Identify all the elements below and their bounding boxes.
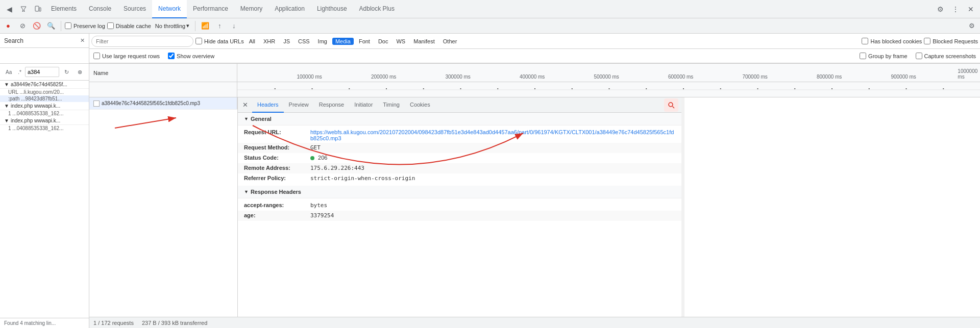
disable-cache-label[interactable]: Disable cache: [107, 22, 151, 29]
triangle-icon: ▼: [4, 82, 9, 87]
network-file-row[interactable]: a38449e76c74d45825f565c1fdb825c0.mp3: [89, 97, 237, 110]
clear-search-icon[interactable]: ⊗: [74, 66, 86, 78]
filter-js[interactable]: JS: [280, 38, 293, 45]
search-result-item-2[interactable]: 1 ...04088535338_162...: [0, 110, 89, 117]
stop-button[interactable]: ⊘: [16, 20, 29, 32]
search-input[interactable]: [25, 67, 59, 77]
search-result-group-header-1[interactable]: ▼ a38449e76c74d45825f...: [0, 81, 89, 89]
tab-adblock[interactable]: Adblock Plus: [353, 0, 401, 18]
detail-search-icon[interactable]: [664, 98, 678, 112]
detail-panel: ✕ Headers Preview Response Initiator Tim…: [237, 97, 681, 317]
svg-rect-12: [609, 88, 610, 89]
filter-other[interactable]: Other: [440, 38, 460, 45]
regex-toggle[interactable]: .*: [15, 68, 24, 76]
scrollbar[interactable]: [681, 97, 684, 317]
filter-css[interactable]: CSS: [295, 38, 313, 45]
search-result-group-3: ▼ index.php wwwapi.k... 1 ...04088535338…: [0, 117, 89, 132]
use-large-rows-checkbox[interactable]: [93, 53, 100, 59]
search-close-icon[interactable]: ✕: [80, 37, 85, 44]
tab-memory[interactable]: Memory: [234, 0, 268, 18]
more-icon[interactable]: ⋮: [948, 2, 963, 16]
status-code-row: Status Code: 206: [238, 153, 681, 163]
filter-bar: Hide data URLs All XHR JS CSS Img Media …: [89, 34, 980, 49]
case-sensitive-toggle[interactable]: Aa: [3, 68, 14, 76]
detail-tab-headers[interactable]: Headers: [252, 97, 284, 113]
svg-rect-16: [757, 88, 758, 89]
search-result-group-header-3[interactable]: ▼ index.php wwwapi.k...: [0, 117, 89, 125]
name-column-header: Name: [89, 64, 237, 82]
request-method-row: Request Method: GET: [238, 143, 681, 153]
settings-icon[interactable]: ⚙: [933, 2, 947, 16]
tab-elements[interactable]: Elements: [45, 0, 83, 18]
tab-sources[interactable]: Sources: [117, 0, 152, 18]
detail-body: ▼ General Request URL: https://webfs.ali…: [238, 113, 681, 317]
disable-cache-checkbox[interactable]: [107, 22, 114, 29]
search-result-group-2: ▼ index.php wwwapi.k... 1 ...04088535338…: [0, 102, 89, 117]
svg-rect-10: [534, 88, 535, 89]
search-result-item-path[interactable]: :path ...98423d87fb51...: [0, 95, 89, 102]
filter-manifest[interactable]: Manifest: [410, 38, 438, 45]
status-bar: 1 / 172 requests 237 B / 393 kB transfer…: [89, 317, 980, 328]
capture-screenshots-label[interactable]: Capture screenshots: [916, 53, 976, 59]
show-overview-label[interactable]: Show overview: [168, 53, 214, 59]
filter-img[interactable]: Img: [315, 38, 330, 45]
filter-input[interactable]: [91, 36, 193, 47]
svg-line-23: [673, 106, 675, 108]
download-icon[interactable]: ↓: [228, 20, 240, 32]
close-devtools-icon[interactable]: ✕: [964, 2, 978, 16]
search-controls: Aa .* ↻ ⊗: [0, 64, 89, 81]
detail-tab-initiator[interactable]: Initiator: [349, 97, 378, 113]
triangle-icon-2: ▼: [4, 103, 9, 109]
use-large-rows-label[interactable]: Use large request rows: [93, 53, 160, 59]
group-by-frame-label[interactable]: Group by frame: [860, 53, 907, 59]
preserve-log-label[interactable]: Preserve log: [65, 22, 105, 29]
tab-console[interactable]: Console: [83, 0, 117, 18]
referrer-policy-row: Referrer Policy: strict-origin-when-cros…: [238, 173, 681, 184]
upload-icon[interactable]: ↑: [213, 20, 226, 32]
search-result-group-header-2[interactable]: ▼ index.php wwwapi.k...: [0, 102, 89, 110]
search-result-item-3[interactable]: 1 ...04088535338_162...: [0, 125, 89, 132]
search-button[interactable]: 🔍: [45, 20, 57, 32]
has-blocked-cookies-label[interactable]: Has blocked cookies: [862, 38, 922, 44]
group-by-frame-checkbox[interactable]: [860, 53, 866, 59]
wifi-icon[interactable]: 📶: [199, 20, 211, 32]
hide-data-urls-label[interactable]: Hide data URLs: [195, 38, 244, 44]
blocked-requests-checkbox[interactable]: [924, 38, 930, 44]
inspect-icon[interactable]: [16, 2, 31, 16]
response-headers-section-header[interactable]: ▼ Response Headers: [238, 186, 681, 198]
clear-button[interactable]: 🚫: [31, 20, 43, 32]
back-icon[interactable]: ◀: [2, 2, 16, 16]
search-result-item-url[interactable]: URL ...li.kugou.com/20...: [0, 89, 89, 95]
svg-rect-6: [386, 88, 387, 89]
general-toggle-icon: ▼: [244, 116, 249, 121]
tab-performance[interactable]: Performance: [187, 0, 234, 18]
has-blocked-cookies-checkbox[interactable]: [862, 38, 868, 44]
hide-data-urls-checkbox[interactable]: [195, 38, 202, 44]
record-button[interactable]: ●: [2, 20, 14, 32]
network-settings-icon[interactable]: ⚙: [966, 20, 978, 32]
show-overview-checkbox[interactable]: [168, 53, 175, 59]
detail-tab-timing[interactable]: Timing: [378, 97, 405, 113]
svg-rect-5: [349, 88, 350, 89]
refresh-search-icon[interactable]: ↻: [60, 66, 72, 78]
filter-font[interactable]: Font: [356, 38, 373, 45]
tab-lighthouse[interactable]: Lighthouse: [311, 0, 353, 18]
detail-tab-cookies[interactable]: Cookies: [405, 97, 435, 113]
detail-tab-preview[interactable]: Preview: [284, 97, 314, 113]
filter-all[interactable]: All: [246, 38, 258, 45]
detail-close-icon[interactable]: ✕: [240, 100, 250, 110]
tab-application[interactable]: Application: [268, 0, 311, 18]
device-icon[interactable]: [31, 2, 45, 16]
filter-ws[interactable]: WS: [393, 38, 408, 45]
filter-xhr[interactable]: XHR: [260, 38, 278, 45]
capture-screenshots-checkbox[interactable]: [916, 53, 922, 59]
throttle-select[interactable]: No throttling ▾: [153, 21, 191, 30]
blocked-requests-label[interactable]: Blocked Requests: [924, 38, 978, 44]
tab-network[interactable]: Network: [152, 0, 187, 18]
filter-doc[interactable]: Doc: [375, 38, 391, 45]
svg-rect-7: [423, 88, 424, 89]
detail-tab-response[interactable]: Response: [314, 97, 350, 113]
filter-media[interactable]: Media: [332, 38, 354, 45]
general-section-header[interactable]: ▼ General: [238, 113, 681, 125]
preserve-log-checkbox[interactable]: [65, 22, 71, 29]
